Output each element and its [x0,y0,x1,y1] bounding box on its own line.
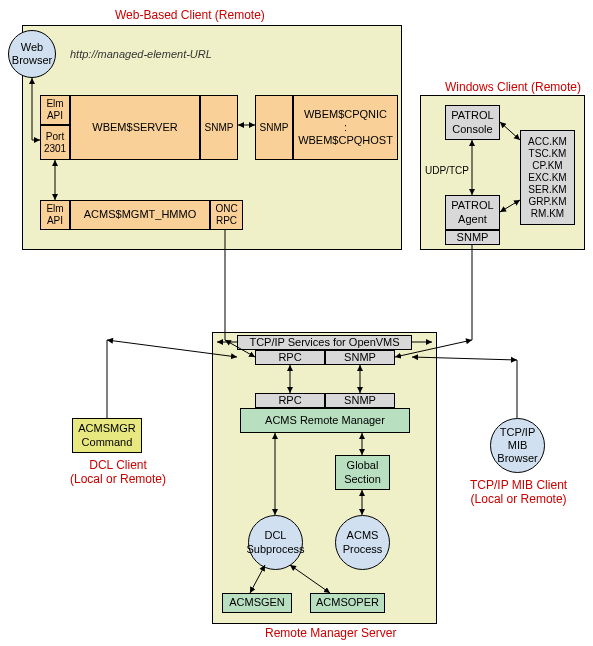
rpc1-label: RPC [277,350,302,365]
rpc2-label: RPC [277,393,302,408]
dcl-subprocess: DCL Subprocess [248,515,303,570]
patrol-agent-label: PATROL Agent [450,198,494,226]
acmsmgr-command-label: ACMSMGR Command [77,421,136,449]
km-list-label: ACC.KM TSC.KM CP.KM EXC.KM SER.KM GRP.KM… [527,135,568,221]
acms-remote-manager-label: ACMS Remote Manager [264,413,386,428]
title-web-client: Web-Based Client (Remote) [115,8,265,22]
acmsoper: ACMSOPER [310,593,385,613]
tcpip-services-label: TCP/IP Services for OpenVMS [248,335,400,350]
global-section-label: Global Section [343,458,382,486]
cpq-label: WBEM$CPQNIC : WBEM$CPQHOST [297,107,394,149]
elm-api-2-label: Elm API [45,202,64,228]
snmp-out-label: SNMP [204,121,235,135]
rpc2: RPC [255,393,325,408]
title-mib-client: TCP/IP MIB Client (Local or Remote) [470,478,567,506]
title-rms: Remote Manager Server [265,626,396,640]
port-2301-label: Port 2301 [43,130,67,156]
win-snmp-label: SNMP [456,230,490,245]
snmp-out: SNMP [200,95,238,160]
acms-process-label: ACMS Process [342,528,384,556]
rpc1: RPC [255,350,325,365]
global-section: Global Section [335,455,390,490]
km-list: ACC.KM TSC.KM CP.KM EXC.KM SER.KM GRP.KM… [520,130,575,225]
managed-url: http://managed-element-URL [70,48,212,60]
port-2301: Port 2301 [40,125,70,160]
cpq-box: WBEM$CPQNIC : WBEM$CPQHOST [293,95,398,160]
acms-process: ACMS Process [335,515,390,570]
title-windows-client: Windows Client (Remote) [445,80,581,94]
elm-api-2: Elm API [40,200,70,230]
acms-mgmt-label: ACMS$MGMT_HMMO [83,207,197,222]
acmsoper-label: ACMSOPER [315,595,380,610]
mib-browser-label: TCP/IP MIB Browser [496,425,538,467]
udp-tcp-label: UDP/TCP [425,165,469,176]
patrol-console: PATROL Console [445,105,500,140]
snmp2: SNMP [325,393,395,408]
title-dcl-client: DCL Client (Local or Remote) [70,458,166,486]
snmp2-label: SNMP [343,393,377,408]
elm-api-1: Elm API [40,95,70,125]
snmp1-label: SNMP [343,350,377,365]
snmp-in-label: SNMP [259,121,290,135]
acmsgen: ACMSGEN [222,593,292,613]
diagram-canvas: Web-Based Client (Remote) Web Browser ht… [0,0,593,646]
elm-api-1-label: Elm API [45,97,64,123]
dcl-subprocess-label: DCL Subprocess [245,528,305,556]
win-snmp: SNMP [445,230,500,245]
snmp1: SNMP [325,350,395,365]
snmp-in: SNMP [255,95,293,160]
web-browser-label: Web Browser [11,40,53,68]
patrol-console-label: PATROL Console [450,108,494,136]
wbem-server-label: WBEM$SERVER [91,120,178,135]
patrol-agent: PATROL Agent [445,195,500,230]
onc-rpc: ONC RPC [210,200,243,230]
tcpip-services: TCP/IP Services for OpenVMS [237,335,412,350]
acmsgen-label: ACMSGEN [228,595,286,610]
acms-mgmt: ACMS$MGMT_HMMO [70,200,210,230]
acmsmgr-command: ACMSMGR Command [72,418,142,453]
acms-remote-manager: ACMS Remote Manager [240,408,410,433]
group-rms [212,332,437,624]
onc-rpc-label: ONC RPC [214,202,238,228]
mib-browser: TCP/IP MIB Browser [490,418,545,473]
wbem-server: WBEM$SERVER [70,95,200,160]
web-browser-node: Web Browser [8,30,56,78]
